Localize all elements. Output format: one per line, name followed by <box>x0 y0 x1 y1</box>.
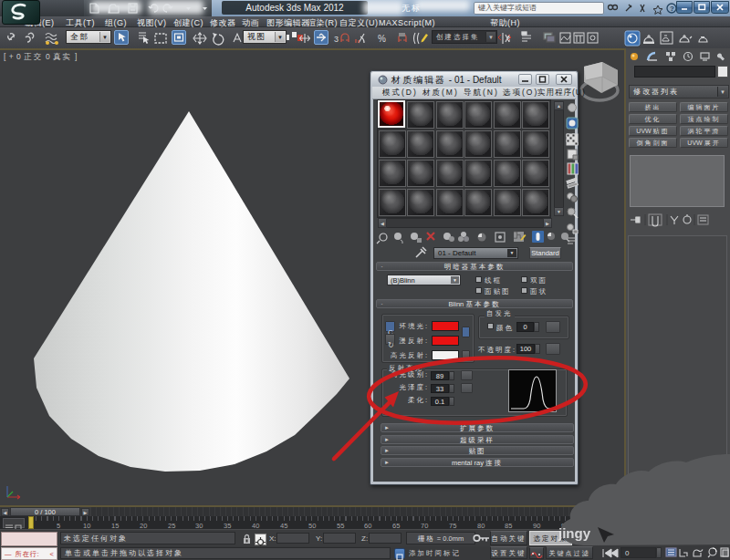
svg-text:jingy: jingy <box>558 525 591 541</box>
